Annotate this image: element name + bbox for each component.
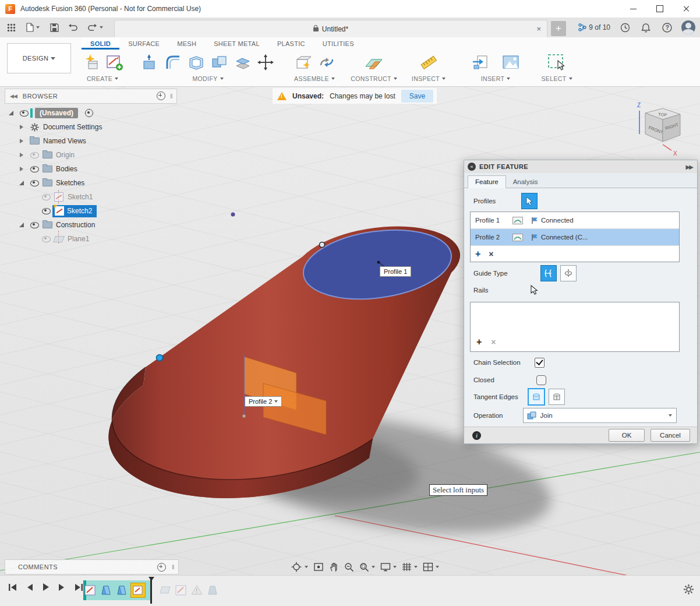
save-button[interactable] [48, 21, 61, 34]
create-form-icon[interactable] [79, 51, 101, 73]
dialog-dock-icon[interactable]: « [468, 163, 476, 171]
redo-button[interactable] [85, 21, 105, 34]
measure-icon[interactable] [418, 51, 440, 73]
timeline-loft-item[interactable] [206, 583, 220, 597]
group-assemble-label[interactable]: ASSEMBLE [287, 75, 342, 82]
add-profile-button[interactable]: + [475, 249, 480, 259]
document-tab-close-icon[interactable]: × [536, 25, 541, 33]
comments-bar[interactable]: COMMENTS ‖ [5, 559, 179, 575]
tree-row-root[interactable]: (Unsaved) [5, 106, 177, 120]
design-workspace-dropdown[interactable]: DESIGN [7, 43, 71, 73]
tree-label[interactable]: Plane1 [68, 235, 89, 243]
tree-label[interactable]: Document Settings [43, 123, 102, 131]
rails-listbox[interactable]: + × [470, 302, 680, 352]
profile-row-2[interactable]: Profile 2 Connected (C... [471, 229, 679, 246]
panel-grip[interactable]: ‖ [172, 563, 175, 570]
collapse-panel-icon[interactable]: ◀◀ [10, 93, 17, 99]
eye-icon[interactable] [30, 166, 39, 172]
zoom-button[interactable] [344, 562, 354, 572]
document-root-label[interactable]: (Unsaved) [35, 108, 78, 118]
document-tab[interactable]: Untitled* × [114, 20, 547, 38]
offset-face-icon[interactable] [232, 51, 253, 73]
profile2-dropdown[interactable]: Profile 2 [245, 396, 282, 407]
add-comment-icon[interactable] [157, 563, 166, 572]
profile-row-1[interactable]: Profile 1 Connected [471, 212, 679, 229]
timeline-sketch-item[interactable] [174, 583, 188, 597]
group-construct-label[interactable]: CONSTRUCT [347, 75, 401, 82]
display-settings-button[interactable] [380, 562, 397, 572]
close-button[interactable] [673, 0, 700, 17]
operation-dropdown[interactable]: Join [523, 408, 677, 423]
collapsed-arrow-icon[interactable] [20, 153, 23, 157]
guide-type-centerline-button[interactable] [560, 265, 577, 281]
group-inspect-label[interactable]: INSPECT [403, 75, 454, 82]
maximize-button[interactable] [646, 0, 673, 17]
dialog-expand-icon[interactable]: ▶▶ [686, 164, 692, 170]
timeline-settings-gear-icon[interactable] [683, 584, 694, 597]
eye-off-icon[interactable] [30, 152, 39, 158]
grid-snap-button[interactable] [402, 562, 418, 572]
play-button[interactable] [42, 583, 50, 591]
tree-label[interactable]: Construction [56, 221, 95, 229]
tree-label[interactable]: Named Views [43, 137, 86, 145]
app-grid-icon[interactable] [5, 21, 17, 34]
timeline-position-marker[interactable] [150, 577, 152, 604]
sketch-point[interactable] [242, 414, 246, 418]
closed-checkbox[interactable] [536, 375, 546, 385]
orbit-button[interactable] [291, 562, 308, 572]
step-back-button[interactable] [26, 583, 33, 591]
group-create-label[interactable]: CREATE [76, 75, 129, 82]
tree-row-sketches[interactable]: Sketches [5, 176, 177, 190]
pan-button[interactable] [329, 562, 339, 572]
profile1-tag[interactable]: Profile 1 [380, 266, 411, 277]
group-insert-label[interactable]: INSERT [458, 75, 533, 82]
zoom-window-button[interactable] [359, 562, 375, 572]
version-indicator[interactable]: 9 of 10 [578, 23, 610, 31]
tab-plastic[interactable]: PLASTIC [268, 37, 314, 50]
remove-rail-button[interactable]: × [491, 338, 496, 346]
tab-mesh[interactable]: MESH [168, 37, 205, 50]
timeline-loft1-item[interactable] [99, 583, 113, 597]
tree-label[interactable]: Origin [56, 151, 75, 159]
dialog-tab-feature[interactable]: Feature [468, 175, 506, 188]
job-status-clock-icon[interactable] [618, 21, 631, 34]
collapsed-arrow-icon[interactable] [20, 167, 23, 171]
browser-header[interactable]: ◀◀ BROWSER ‖ [5, 89, 177, 104]
timeline-sketch2-active-item[interactable] [130, 583, 146, 598]
tangent-edges-separate-button[interactable] [549, 389, 565, 405]
skip-to-end-button[interactable] [74, 583, 83, 591]
tree-row-plane1[interactable]: Plane1 [5, 232, 177, 246]
shell-icon[interactable] [186, 51, 207, 73]
expanded-arrow-icon[interactable] [19, 223, 24, 227]
undo-button[interactable] [66, 21, 79, 34]
tangent-edges-merged-button[interactable] [528, 388, 545, 406]
panel-grip[interactable]: ‖ [170, 93, 173, 100]
tree-label[interactable]: Sketches [56, 179, 84, 187]
joint-icon[interactable] [316, 51, 338, 73]
rails-select-cursor-icon[interactable] [531, 285, 538, 296]
select-icon[interactable] [546, 51, 568, 73]
file-menu-button[interactable] [23, 21, 42, 34]
browser-minimize-icon[interactable] [157, 91, 165, 101]
collapsed-arrow-icon[interactable] [20, 125, 23, 129]
tree-label[interactable]: Sketch1 [68, 193, 93, 201]
add-rail-button[interactable]: + [476, 337, 482, 347]
rim-sketch-point[interactable] [320, 242, 325, 248]
notifications-bell-icon[interactable] [639, 21, 652, 34]
expanded-arrow-icon[interactable] [19, 181, 24, 185]
tree-row-sketch1[interactable]: Sketch1 [5, 190, 177, 204]
target-icon[interactable] [85, 109, 93, 117]
press-pull-icon[interactable] [140, 51, 161, 73]
move-icon[interactable] [255, 51, 276, 73]
tree-label[interactable]: Bodies [56, 165, 77, 173]
group-select-label[interactable]: SELECT [531, 75, 582, 82]
dialog-header[interactable]: « EDIT FEATURE ▶▶ [464, 160, 697, 174]
timeline-warning-item[interactable]: ! [190, 583, 204, 597]
step-forward-button[interactable] [58, 583, 65, 591]
tree-row-bodies[interactable]: Bodies [5, 162, 177, 176]
tab-solid[interactable]: SOLID [82, 37, 119, 50]
tree-row-document-settings[interactable]: Document Settings [5, 120, 177, 134]
tree-row-named-views[interactable]: Named Views [5, 134, 177, 148]
eye-off-icon[interactable] [42, 236, 51, 242]
profiles-select-button[interactable] [521, 193, 538, 209]
